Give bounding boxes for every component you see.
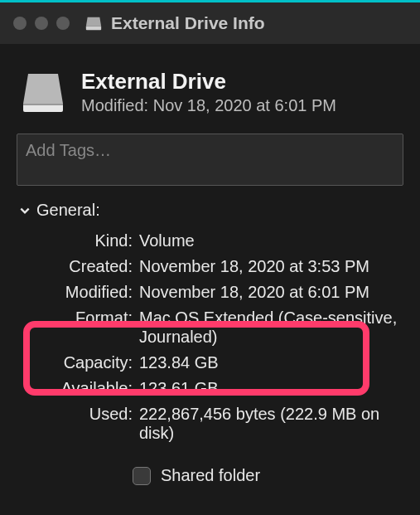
used-value: 222,867,456 bytes (222.9 MB on disk)	[139, 405, 403, 443]
svg-rect-2	[23, 104, 63, 105]
created-label: Created:	[25, 257, 133, 276]
drive-icon	[20, 69, 66, 115]
kind-value: Volume	[139, 231, 403, 250]
zoom-button[interactable]	[56, 17, 70, 30]
general-section-toggle[interactable]: General:	[18, 201, 403, 220]
shared-folder-label: Shared folder	[161, 466, 260, 485]
window-title: External Drive Info	[111, 13, 265, 33]
shared-folder-row: Shared folder	[133, 466, 403, 485]
drive-icon-small	[84, 14, 103, 32]
titlebar: External Drive Info	[0, 2, 420, 44]
svg-rect-0	[86, 27, 101, 31]
window-controls	[13, 17, 70, 30]
available-value: 123.61 GB	[139, 379, 403, 398]
general-label: General:	[36, 201, 100, 220]
kind-label: Kind:	[25, 231, 133, 250]
minimize-button[interactable]	[35, 17, 48, 30]
tags-input[interactable]: Add Tags…	[17, 134, 403, 186]
drive-header: External Drive Modified: Nov 18, 2020 at…	[17, 59, 403, 130]
drive-name: External Drive	[81, 69, 336, 95]
shared-folder-checkbox[interactable]	[133, 467, 151, 485]
modified-value: November 18, 2020 at 6:01 PM	[139, 283, 403, 302]
format-value: Mac OS Extended (Case-sensitive, Journal…	[139, 309, 403, 347]
available-label: Available:	[25, 379, 133, 398]
general-info: Kind: Volume Created: November 18, 2020 …	[17, 231, 403, 443]
capacity-label: Capacity:	[25, 353, 133, 372]
drive-modified: Modified: Nov 18, 2020 at 6:01 PM	[81, 96, 336, 115]
chevron-down-icon	[18, 204, 31, 217]
used-label: Used:	[25, 405, 133, 443]
content-area: External Drive Modified: Nov 18, 2020 at…	[0, 44, 420, 485]
modified-label: Modified:	[25, 283, 133, 302]
format-label: Format:	[25, 309, 133, 347]
close-button[interactable]	[13, 17, 27, 30]
capacity-value: 123.84 GB	[139, 353, 403, 372]
created-value: November 18, 2020 at 3:53 PM	[139, 257, 403, 276]
